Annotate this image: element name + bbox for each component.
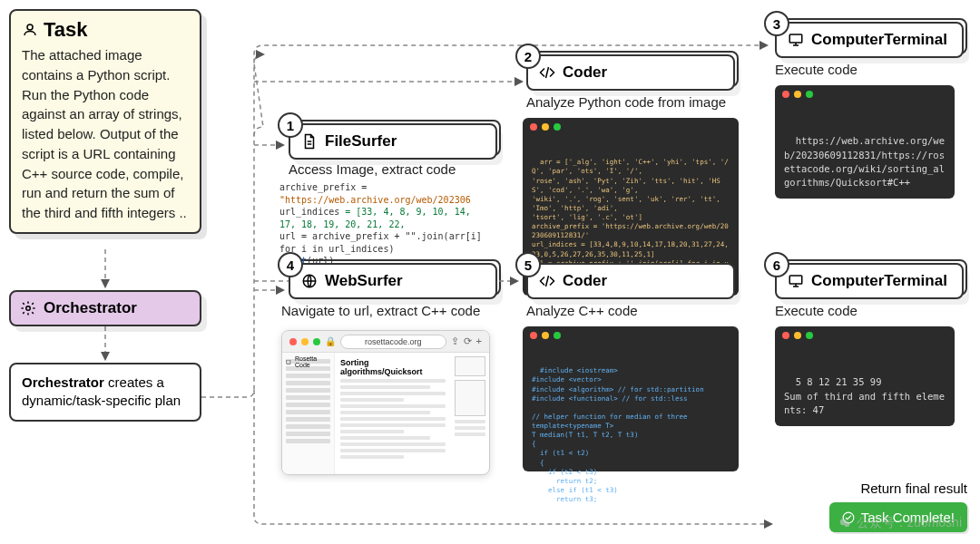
file-icon [301,133,318,150]
globe-icon [301,273,318,289]
monitor-icon [788,273,804,289]
svg-rect-2 [789,34,802,43]
terminal-output-6: 5 8 12 21 35 99 Sum of third and fifth e… [775,326,955,426]
agent-websurfer: 4 WebSurfer [289,263,497,299]
step-badge-6: 6 [764,252,789,277]
caption-4: Navigate to url, extract C++ code [281,303,480,318]
agent-title-5: Coder [563,272,607,290]
filesurfer-code: archive_prefix = "https://web.archive.or… [279,181,488,267]
task-body: The attached image contains a Python scr… [22,45,189,223]
agent-title-3: ComputerTerminal [811,31,947,49]
agent-title-6: ComputerTerminal [811,272,947,290]
monitor-icon [788,32,804,48]
browser-mock: 🔒 rosettacode.org ⇪⟳+ ◻Rosetta Code Sort… [281,330,490,475]
plan-text-bold: Orchestrator [22,374,104,390]
step-badge-3: 3 [764,11,789,36]
browser-url: rosettacode.org [340,335,446,349]
svg-point-1 [26,306,31,311]
agent-title-1: FileSurfer [325,132,397,151]
orchestrator-card: Orchestrator [9,290,201,326]
browser-page-title: Sorting algorithms/Quicksort [340,358,446,376]
task-title: Task [44,18,88,42]
agent-coder-1: 2 Coder [526,54,735,91]
caption-6: Execute code [775,303,858,318]
return-result-label: Return final result [860,481,967,496]
agent-filesurfer: 1 FileSurfer [289,123,497,160]
terminal-output-5: #include <iostream> #include <vector> #i… [523,326,739,471]
step-badge-4: 4 [278,252,303,277]
step-badge-1: 1 [278,112,303,138]
plus-icon: + [476,335,482,347]
agent-terminal-1: 3 ComputerTerminal [775,22,964,58]
agent-title-2: Coder [563,63,607,82]
code-icon [539,64,555,81]
lock-icon: 🔒 [325,336,336,346]
caption-3: Execute code [775,62,858,77]
task-card: Task The attached image contains a Pytho… [9,9,201,234]
agent-coder-2: 5 Coder [526,263,735,299]
gear-icon [20,300,36,316]
svg-point-0 [27,24,33,30]
agent-title-4: WebSurfer [325,272,403,290]
wechat-icon [838,517,851,529]
svg-point-7 [844,521,849,527]
svg-rect-4 [789,276,802,284]
caption-5: Analyze C++ code [526,303,638,318]
orchestrator-label: Orchestrator [44,299,137,317]
watermark: 公众号：zuomoshi [838,515,962,531]
plan-card: Orchestrator creates a dynamic/task-spec… [9,363,201,422]
code-icon [539,273,555,289]
caption-2: Analyze Python code from image [526,94,726,110]
step-badge-5: 5 [515,252,541,277]
caption-1: Access Image, extract code [289,161,456,177]
refresh-icon: ⟳ [464,335,472,347]
share-icon: ⇪ [451,335,459,347]
user-icon [22,22,38,38]
step-badge-2: 2 [515,44,541,69]
terminal-output-3: https://web.archive.org/web/202306091128… [775,85,955,199]
agent-terminal-2: 6 ComputerTerminal [775,263,964,299]
